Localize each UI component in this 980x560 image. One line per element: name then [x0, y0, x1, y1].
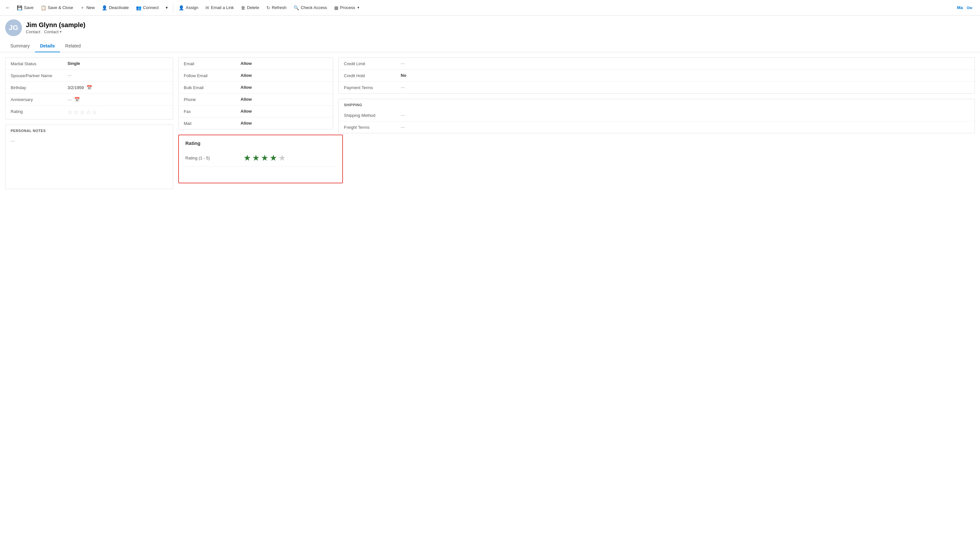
anniversary-calendar-icon[interactable]: 📅: [74, 97, 80, 102]
save-close-button[interactable]: 📋 Save & Close: [37, 3, 77, 12]
bulk-email-value: Allow: [240, 85, 328, 90]
delete-button[interactable]: 🗑 Delete: [238, 3, 262, 12]
connect-icon: 👥: [136, 5, 142, 10]
personal-notes-title: PERSONAL NOTES: [5, 125, 173, 135]
breadcrumb: Contact · Contact ▾: [26, 29, 85, 34]
tab-related[interactable]: Related: [60, 40, 86, 52]
tab-details[interactable]: Details: [35, 40, 60, 52]
right-column: Credit Limit --- Credit Hold No Payment …: [338, 57, 975, 189]
contact-header: JG Jim Glynn (sample) Contact · Contact …: [0, 15, 980, 36]
popup-star-3[interactable]: ★: [261, 153, 268, 163]
left-column: Marital Status Single Spouse/Partner Nam…: [5, 57, 173, 189]
fax-pref-label: Fax: [184, 109, 235, 114]
assign-icon: 👤: [179, 5, 184, 10]
rating-popup-card: Rating Rating (1 - 5) ★ ★ ★ ★ ★: [178, 135, 343, 183]
follow-email-label: Follow Email: [184, 73, 235, 78]
personal-rating-value: ☆ ☆ ☆ ☆ ☆: [67, 109, 168, 116]
breadcrumb-dropdown-icon[interactable]: ▾: [60, 30, 62, 34]
star-4[interactable]: ☆: [86, 109, 91, 116]
shipping-method-row: Shipping Method ---: [339, 109, 975, 122]
credit-limit-label: Credit Limit: [344, 61, 396, 66]
popup-star-1[interactable]: ★: [244, 153, 251, 163]
payment-terms-label: Payment Terms: [344, 85, 396, 90]
main-content: Marital Status Single Spouse/Partner Nam…: [0, 52, 980, 194]
star-2[interactable]: ☆: [73, 109, 79, 116]
save-close-icon: 📋: [41, 5, 46, 10]
birthday-calendar-icon[interactable]: 📅: [87, 85, 92, 90]
personal-rating-row: Rating ☆ ☆ ☆ ☆ ☆: [5, 105, 173, 119]
email-link-button[interactable]: ✉ Email a Link: [202, 3, 237, 12]
bulk-email-label: Bulk Email: [184, 85, 235, 90]
contact-name: Jim Glynn (sample): [26, 21, 85, 29]
process-icon: ▦: [334, 5, 338, 10]
spouse-name-row: Spouse/Partner Name ---: [5, 70, 173, 82]
shipping-card: SHIPPING Shipping Method --- Freight Ter…: [338, 99, 975, 133]
avatar: JG: [5, 19, 22, 36]
popup-star-5[interactable]: ★: [278, 153, 286, 163]
credit-hold-label: Credit Hold: [344, 73, 396, 78]
birthday-label: Birthday: [11, 85, 62, 90]
anniversary-row: Anniversary --- 📅: [5, 93, 173, 105]
save-icon: 💾: [17, 5, 22, 10]
personal-notes-value[interactable]: ---: [11, 138, 168, 164]
star-1[interactable]: ☆: [67, 109, 73, 116]
marital-status-value: Single: [67, 61, 168, 66]
assign-button[interactable]: 👤 Assign: [175, 3, 202, 12]
personal-rating-label: Rating: [11, 109, 62, 114]
fax-pref-value: Allow: [240, 109, 328, 113]
personal-rating-stars[interactable]: ☆ ☆ ☆ ☆ ☆: [67, 109, 168, 116]
tab-navigation: Summary Details Related: [0, 40, 980, 52]
anniversary-value: --- 📅: [67, 97, 168, 102]
mail-pref-value: Allow: [240, 121, 328, 125]
follow-email-value: Allow: [240, 73, 328, 78]
credit-hold-value: No: [401, 73, 969, 78]
contact-info: Jim Glynn (sample) Contact · Contact ▾: [26, 21, 85, 34]
back-button[interactable]: ←: [3, 3, 13, 13]
personal-notes-row: ---: [5, 135, 173, 168]
contact-prefs-card: Email Allow Follow Email Allow Bulk Emai…: [178, 57, 333, 130]
freight-terms-label: Freight Terms: [344, 125, 396, 130]
more-button[interactable]: ▾: [162, 3, 171, 12]
new-icon: ＋: [80, 5, 85, 11]
shipping-method-label: Shipping Method: [344, 113, 396, 118]
mail-pref-row: Mail Allow: [179, 117, 333, 129]
deactivate-button[interactable]: 👤 Deactivate: [99, 3, 132, 12]
marital-status-label: Marital Status: [11, 61, 62, 66]
star-3[interactable]: ☆: [80, 109, 85, 116]
payment-terms-row: Payment Terms ---: [339, 82, 975, 93]
birthday-row: Birthday 3/2/1959 📅: [5, 82, 173, 93]
tab-summary[interactable]: Summary: [5, 40, 35, 52]
popup-star-2[interactable]: ★: [252, 153, 260, 163]
middle-column: Email Allow Follow Email Allow Bulk Emai…: [178, 57, 333, 189]
deactivate-icon: 👤: [102, 5, 107, 10]
mail-pref-label: Mail: [184, 121, 235, 126]
new-button[interactable]: ＋ New: [77, 3, 98, 13]
connect-button[interactable]: 👥 Connect: [133, 3, 162, 12]
refresh-button[interactable]: ↻ Refresh: [263, 3, 290, 12]
process-button[interactable]: ▦ Process ▾: [331, 3, 362, 12]
fax-pref-row: Fax Allow: [179, 105, 333, 117]
spouse-name-value: ---: [67, 73, 168, 78]
freight-terms-value: ---: [401, 125, 969, 130]
popup-star-4[interactable]: ★: [270, 153, 277, 163]
star-5[interactable]: ☆: [92, 109, 97, 116]
personal-details-card: Marital Status Single Spouse/Partner Nam…: [5, 57, 173, 120]
check-access-button[interactable]: 🔍 Check Access: [290, 3, 331, 12]
marital-status-row: Marital Status Single: [5, 58, 173, 70]
refresh-icon: ↻: [266, 5, 270, 10]
toolbar: ← 💾 Save 📋 Save & Close ＋ New 👤 Deactiva…: [0, 0, 980, 15]
rating-popup-stars[interactable]: ★ ★ ★ ★ ★: [244, 153, 286, 163]
spouse-name-label: Spouse/Partner Name: [11, 73, 62, 78]
payment-terms-value: ---: [401, 85, 969, 90]
credit-limit-value: ---: [401, 61, 969, 66]
back-icon: ←: [5, 5, 10, 11]
follow-email-row: Follow Email Allow: [179, 70, 333, 82]
personal-notes-card: PERSONAL NOTES ---: [5, 125, 173, 189]
save-button[interactable]: 💾 Save: [13, 3, 37, 12]
phone-pref-value: Allow: [240, 97, 328, 102]
birthday-value: 3/2/1959 📅: [67, 85, 168, 90]
bulk-email-row: Bulk Email Allow: [179, 82, 333, 93]
rating-popup-label: Rating (1 - 5): [185, 155, 237, 160]
credit-limit-row: Credit Limit ---: [339, 58, 975, 70]
shipping-title: SHIPPING: [339, 99, 975, 109]
